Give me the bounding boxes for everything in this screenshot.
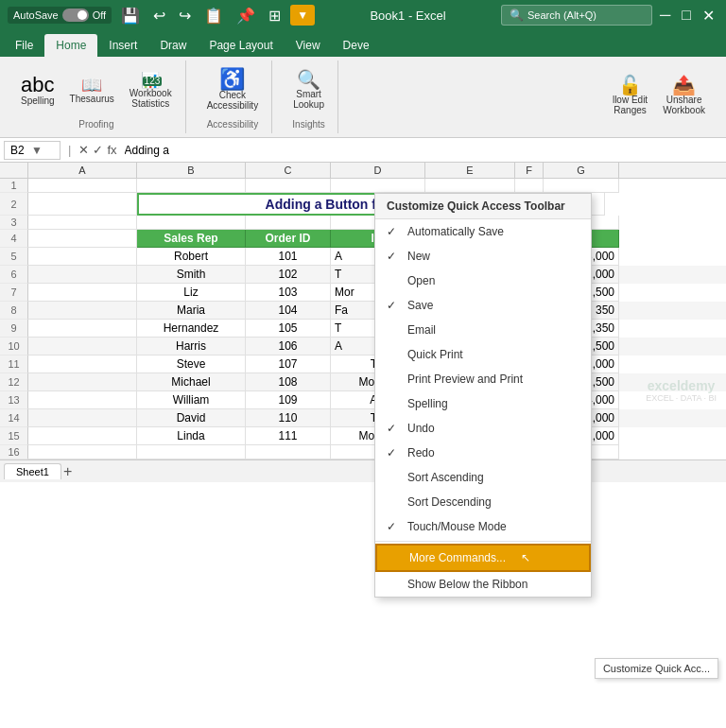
cell-a4[interactable]	[28, 230, 137, 248]
search-placeholder: Search (Alt+Q)	[527, 9, 596, 21]
save-button[interactable]: 💾	[117, 5, 144, 26]
minimize-button[interactable]: ─	[656, 5, 674, 26]
dropdown-item-open[interactable]: Open	[375, 269, 591, 293]
dropdown-item-show-below[interactable]: Show Below the Ribbon	[375, 572, 591, 597]
sheet-tab-1[interactable]: Sheet1	[4, 463, 61, 479]
tab-developer[interactable]: Deve	[332, 34, 381, 57]
col-header-c: C	[246, 163, 331, 178]
dropdown-item-spelling[interactable]: Spelling	[375, 391, 591, 416]
cell-g1[interactable]	[544, 179, 619, 193]
table-row: 16	[0, 445, 726, 459]
dropdown-item-new[interactable]: ✓ New	[375, 244, 591, 269]
thesaurus-icon: 📖	[81, 77, 102, 94]
maximize-button[interactable]: □	[678, 5, 695, 26]
dropdown-item-undo[interactable]: ✓ Undo	[375, 416, 591, 441]
ribbon-group-proofing: abc Spelling 📖 Thesaurus 📊123 WorkbookSt…	[8, 61, 186, 133]
apps-button[interactable]: ⊞	[265, 5, 285, 26]
cell-b3[interactable]	[137, 216, 246, 230]
cell-d1[interactable]	[331, 179, 425, 193]
smart-lookup-button[interactable]: 🔍 SmartLookup	[287, 67, 330, 113]
protect-items: 🔓 llow EditRanges 📤 UnshareWorkbook	[607, 61, 711, 130]
tab-view[interactable]: View	[285, 34, 332, 57]
tab-file[interactable]: File	[4, 34, 44, 57]
smart-lookup-label: SmartLookup	[293, 89, 324, 110]
dropdown-item-more-commands[interactable]: More Commands... ↖	[375, 544, 591, 572]
title-bar-center: Book1 - Excel	[315, 9, 501, 23]
table-row: 3	[0, 216, 726, 230]
new-label: New	[407, 250, 430, 263]
close-button[interactable]: ✕	[699, 5, 718, 26]
quick-access-dropdown-panel: Customize Quick Access Toolbar ✓ Automat…	[374, 193, 592, 598]
cell-c3[interactable]	[246, 216, 331, 230]
dropdown-item-quick-print[interactable]: Quick Print	[375, 342, 591, 367]
content-area: A B C D E F G 1 2 Adding a Button from	[0, 163, 726, 459]
workbook-statistics-button[interactable]: 📊123 WorkbookStatistics	[124, 68, 178, 112]
autosave-toggle[interactable]: AutoSave Off	[8, 7, 112, 24]
tab-insert[interactable]: Insert	[97, 34, 148, 57]
autosave-off-label: Off	[93, 9, 106, 21]
accessibility-group-label: Accessibility	[207, 119, 258, 130]
tab-draw[interactable]: Draw	[148, 34, 198, 57]
thesaurus-button[interactable]: 📖 Thesaurus	[64, 74, 120, 107]
cell-ref-dropdown[interactable]: ▼	[31, 144, 43, 157]
row-num-col-header	[0, 163, 28, 178]
dropdown-item-touch-mode[interactable]: ✓ Touch/Mouse Mode	[375, 514, 591, 539]
allow-edit-ranges-button[interactable]: 🔓 llow EditRanges	[607, 73, 653, 118]
formula-input[interactable]	[121, 142, 722, 159]
accessibility-items: ♿ CheckAccessibility	[201, 61, 264, 119]
row-num-6: 6	[0, 266, 28, 284]
column-headers: A B C D E F G	[0, 163, 726, 179]
checkmark-new: ✓	[387, 250, 400, 263]
autosave-pill[interactable]	[62, 9, 89, 22]
row-num-8: 8	[0, 302, 28, 320]
insert-function-icon[interactable]: fx	[107, 143, 116, 157]
formula-divider: |	[64, 143, 75, 157]
formula-icons: ✕ ✓ fx	[78, 143, 116, 157]
redo-button[interactable]: ↪	[175, 5, 195, 26]
copy-button[interactable]: 📋	[200, 5, 227, 26]
cell-a2[interactable]	[28, 193, 137, 216]
unshare-label: UnshareWorkbook	[663, 95, 705, 115]
tab-home[interactable]: Home	[44, 34, 97, 57]
insights-group-label: Insights	[292, 119, 324, 130]
ribbon: abc Spelling 📖 Thesaurus 📊123 WorkbookSt…	[0, 57, 726, 138]
check-accessibility-button[interactable]: ♿ CheckAccessibility	[201, 66, 264, 113]
dropdown-item-print-preview[interactable]: Print Preview and Print	[375, 367, 591, 391]
cell-a3[interactable]	[28, 216, 137, 230]
col-header-g: G	[544, 163, 619, 178]
cell-a1[interactable]	[28, 179, 137, 193]
dropdown-divider	[375, 541, 591, 542]
add-sheet-button[interactable]: +	[63, 463, 72, 480]
dropdown-item-save[interactable]: ✓ Save	[375, 293, 591, 318]
spelling-label: Spelling	[21, 95, 55, 106]
row-num-7: 7	[0, 284, 28, 302]
sort-asc-label: Sort Ascending	[407, 471, 484, 484]
undo-button[interactable]: ↩	[149, 5, 169, 26]
search-box[interactable]: 🔍 Search (Alt+Q)	[501, 5, 652, 26]
dropdown-item-sort-desc[interactable]: Sort Descending	[375, 490, 591, 514]
cell-c4[interactable]: Order ID	[246, 230, 331, 248]
cell-b1[interactable]	[137, 179, 246, 193]
dropdown-item-sort-asc[interactable]: Sort Ascending	[375, 465, 591, 490]
cancel-formula-icon[interactable]: ✕	[78, 143, 89, 157]
cell-f1[interactable]	[515, 179, 544, 193]
tab-page-layout[interactable]: Page Layout	[198, 34, 284, 57]
spelling-menu-label: Spelling	[407, 397, 448, 410]
print-preview-label: Print Preview and Print	[407, 373, 523, 386]
spelling-icon: abc	[21, 75, 54, 95]
paste-button[interactable]: 📌	[233, 5, 259, 26]
spelling-button[interactable]: abc Spelling	[15, 72, 60, 109]
table-row: 12 Michael 108 Monitor Ohio $ 1,500	[0, 373, 726, 391]
unshare-workbook-button[interactable]: 📤 UnshareWorkbook	[657, 73, 711, 118]
dropdown-item-email[interactable]: Email	[375, 318, 591, 342]
cell-c1[interactable]	[246, 179, 331, 193]
dropdown-item-auto-save[interactable]: ✓ Automatically Save	[375, 219, 591, 244]
cell-b4[interactable]: Sales Rep	[137, 230, 246, 248]
workbook-stats-label: WorkbookStatistics	[130, 88, 172, 109]
cell-e1[interactable]	[425, 179, 515, 193]
quick-access-dropdown-button[interactable]: ▼	[290, 5, 315, 26]
dropdown-item-redo[interactable]: ✓ Redo	[375, 441, 591, 465]
cell-reference-box[interactable]: B2 ▼	[4, 141, 60, 160]
ribbon-group-insights: 🔍 SmartLookup Insights	[280, 61, 338, 133]
confirm-formula-icon[interactable]: ✓	[93, 143, 103, 157]
